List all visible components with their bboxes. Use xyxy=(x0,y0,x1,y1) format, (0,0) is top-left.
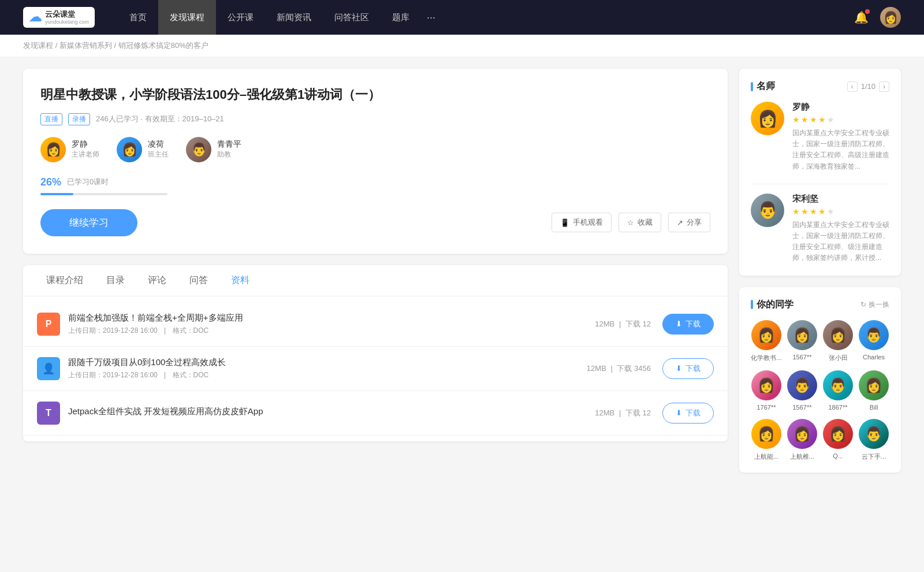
classmate-11[interactable]: 👨 云下手... xyxy=(858,419,889,461)
course-card: 明星中教授课，小学阶段语法100分–强化级第1讲动词（一） 直播 录播 246人… xyxy=(23,69,728,254)
teachers-widget: 名师 ‹ 1/10 › 👩 罗静 ★★★★★ 国内某 xyxy=(739,69,901,276)
nav-item-home[interactable]: 首页 xyxy=(118,0,158,35)
classmate-name-1: 1567** xyxy=(792,354,811,361)
teachers-widget-header: 名师 ‹ 1/10 › xyxy=(751,80,889,92)
files-list: P 前端全栈加强版！前端全栈+全周期+多端应用 上传日期：2019-12-28 … xyxy=(23,296,728,441)
course-actions: 继续学习 📱 手机观看 ☆ 收藏 ↗ 分享 xyxy=(40,209,710,236)
file-item-1: 👤 跟随千万级项目从0到100全过程高效成长 上传日期：2019-12-28 1… xyxy=(23,347,728,391)
classmate-2[interactable]: 👩 张小田 xyxy=(822,320,854,362)
tab-intro[interactable]: 课程介绍 xyxy=(35,265,95,296)
file-info-0: 前端全栈加强版！前端全栈+全周期+多端应用 上传日期：2019-12-28 16… xyxy=(68,313,595,336)
download-button-0[interactable]: ⬇ 下载 xyxy=(662,314,714,335)
breadcrumb-link-1[interactable]: 发现课程 xyxy=(23,41,53,50)
classmate-10[interactable]: 👩 Q... xyxy=(822,419,854,461)
classmate-name-9: 上航椎... xyxy=(790,452,814,461)
share-label: 分享 xyxy=(687,217,702,228)
classmate-5[interactable]: 👨 1567** xyxy=(787,370,818,411)
favorite-button[interactable]: ☆ 收藏 xyxy=(619,213,661,232)
course-meta-text: 246人已学习 · 有效期至：2019–10–21 xyxy=(96,114,224,124)
progress-section: 26% 已学习0课时 xyxy=(40,176,710,195)
download-icon-1: ⬇ xyxy=(676,364,682,373)
classmate-4[interactable]: 👩 1767** xyxy=(751,370,782,411)
classmate-1[interactable]: 👩 1567** xyxy=(787,320,818,362)
classmates-grid: 👩 化学教书... 👩 1567** 👩 张小田 👨 Charles xyxy=(751,320,889,461)
teacher-card-1-name: 宋利坚 xyxy=(792,194,889,205)
teacher-0-role: 主讲老师 xyxy=(72,150,99,159)
classmate-name-4: 1767** xyxy=(757,404,776,411)
teachers-page: 1/10 xyxy=(861,82,875,91)
file-size-2: 12MB | 下载 12 xyxy=(595,408,651,418)
teacher-card-0-desc: 国内某重点大学安全工程专业硕士，国家一级注册消防工程师、注册安全工程师、高级注册… xyxy=(792,128,889,172)
download-button-2[interactable]: ⬇ 下载 xyxy=(662,403,714,424)
mobile-watch-button[interactable]: 📱 手机观看 xyxy=(552,213,612,232)
progress-percent: 26% xyxy=(40,176,61,188)
teachers-next-button[interactable]: › xyxy=(879,81,889,92)
favorite-label: 收藏 xyxy=(638,217,653,228)
teacher-2: 👨 青青平 助教 xyxy=(186,137,241,162)
classmate-name-10: Q... xyxy=(833,452,843,459)
breadcrumb-sep-2: / xyxy=(114,41,118,50)
teacher-card-0-avatar: 👩 xyxy=(751,102,784,135)
progress-bar-fill xyxy=(40,193,73,195)
file-item-0: P 前端全栈加强版！前端全栈+全周期+多端应用 上传日期：2019-12-28 … xyxy=(23,302,728,347)
teacher-card-1-stars: ★★★★★ xyxy=(792,207,889,216)
breadcrumb-link-2[interactable]: 新媒体营销系列 xyxy=(59,41,112,50)
classmate-name-7: Bill xyxy=(870,404,878,411)
nav-item-open[interactable]: 公开课 xyxy=(216,0,265,35)
continue-learning-button[interactable]: 继续学习 xyxy=(40,209,137,236)
teacher-card-0: 👩 罗静 ★★★★★ 国内某重点大学安全工程专业硕士，国家一级注册消防工程师、注… xyxy=(751,102,889,172)
nav-items: 首页 发现课程 公开课 新闻资讯 问答社区 题库 ··· xyxy=(118,0,441,35)
tabs-section: 课程介绍 目录 评论 问答 资料 P 前端全栈加强版！前端全栈+全周期+多端应用… xyxy=(23,265,728,441)
file-info-2: Jetpack全组件实战 开发短视频应用高仿皮皮虾App xyxy=(68,406,595,419)
download-icon-0: ⬇ xyxy=(676,320,682,328)
classmates-widget-header: 你的同学 ↻ 换一换 xyxy=(751,299,889,311)
classmate-name-0: 化学教书... xyxy=(751,354,781,362)
download-icon-2: ⬇ xyxy=(676,408,682,417)
nav-item-news[interactable]: 新闻资讯 xyxy=(265,0,323,35)
teacher-card-1-info: 宋利坚 ★★★★★ 国内某重点大学安全工程专业硕士，国家一级注册消防工程师、注册… xyxy=(792,194,889,264)
tab-materials[interactable]: 资料 xyxy=(219,265,261,296)
classmate-name-5: 1567** xyxy=(792,404,811,411)
classmate-7[interactable]: 👩 Bill xyxy=(858,370,889,411)
file-name-0: 前端全栈加强版！前端全栈+全周期+多端应用 xyxy=(68,313,595,324)
tab-comments[interactable]: 评论 xyxy=(136,265,178,296)
teachers-row: 👩 罗静 主讲老师 👩 凌荷 班主任 👨 青青平 xyxy=(40,137,710,162)
classmate-6[interactable]: 👨 1867** xyxy=(822,370,854,411)
download-button-1[interactable]: ⬇ 下载 xyxy=(662,358,714,379)
teacher-card-1: 👨 宋利坚 ★★★★★ 国内某重点大学安全工程专业硕士，国家一级注册消防工程师、… xyxy=(751,194,889,264)
nav-more[interactable]: ··· xyxy=(421,12,441,24)
file-size-1: 12MB | 下载 3456 xyxy=(587,363,651,374)
classmate-0[interactable]: 👩 化学教书... xyxy=(751,320,782,362)
share-button[interactable]: ↗ 分享 xyxy=(668,213,710,232)
teacher-card-0-stars: ★★★★★ xyxy=(792,115,889,124)
logo-area[interactable]: ☁ 云朵课堂 yundouketang.com xyxy=(23,7,95,28)
breadcrumb-sep-1: / xyxy=(55,41,59,50)
refresh-button[interactable]: ↻ 换一换 xyxy=(860,300,889,310)
teacher-card-1-avatar: 👨 xyxy=(751,194,784,227)
tab-qa[interactable]: 问答 xyxy=(178,265,219,296)
classmates-widget: 你的同学 ↻ 换一换 👩 化学教书... 👩 1567** 👩 xyxy=(739,287,901,473)
tab-catalog[interactable]: 目录 xyxy=(95,265,136,296)
classmate-name-6: 1867** xyxy=(828,404,847,411)
navbar: ☁ 云朵课堂 yundouketang.com 首页 发现课程 公开课 新闻资讯… xyxy=(0,0,924,35)
file-icon-2: T xyxy=(37,402,60,425)
teachers-widget-nav: ‹ 1/10 › xyxy=(847,81,889,92)
classmates-widget-title: 你的同学 xyxy=(751,299,793,311)
share-icon: ↗ xyxy=(677,218,683,227)
user-avatar[interactable]: 👩 xyxy=(880,7,901,28)
classmate-9[interactable]: 👩 上航椎... xyxy=(787,419,818,461)
teacher-1-avatar: 👩 xyxy=(117,137,142,162)
teacher-2-avatar: 👨 xyxy=(186,137,211,162)
nav-item-exam[interactable]: 题库 xyxy=(381,0,421,35)
teacher-1-name: 凌荷 xyxy=(148,139,169,150)
file-info-1: 跟随千万级项目从0到100全过程高效成长 上传日期：2019-12-28 16:… xyxy=(68,357,587,380)
nav-item-discover[interactable]: 发现课程 xyxy=(158,0,216,35)
classmate-3[interactable]: 👨 Charles xyxy=(858,320,889,362)
star-icon: ☆ xyxy=(627,218,634,227)
classmate-8[interactable]: 👩 上航能... xyxy=(751,419,782,461)
nav-item-qa[interactable]: 问答社区 xyxy=(323,0,381,35)
teachers-prev-button[interactable]: ‹ xyxy=(847,81,858,92)
classmate-name-2: 张小田 xyxy=(829,354,848,362)
notification-bell[interactable]: 🔔 xyxy=(854,10,869,24)
file-icon-0: P xyxy=(37,313,60,336)
